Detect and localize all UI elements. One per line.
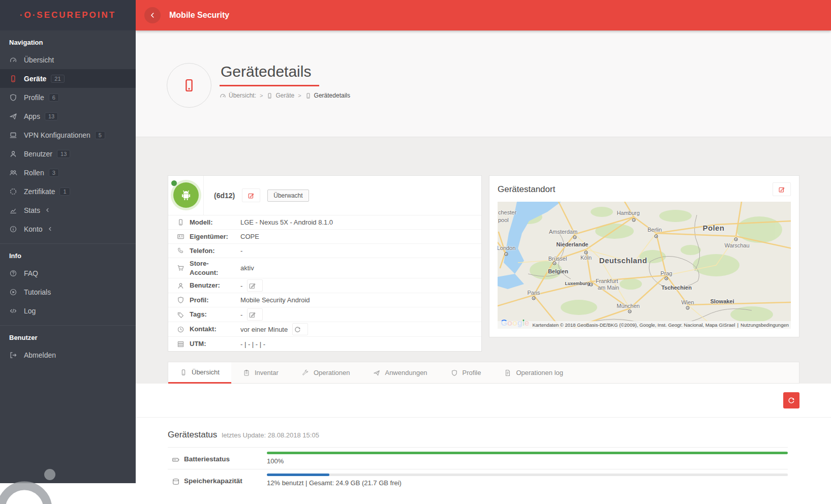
sidebar-item-abmelden[interactable]: Abmelden (0, 345, 136, 364)
map-marker (532, 297, 536, 300)
field-value-text: COPE (240, 233, 259, 240)
field-label: Benutzer: (190, 281, 229, 290)
device-field-profil: Profil:Mobile Security Android (168, 293, 481, 307)
map-marker (686, 306, 690, 310)
sidebar-item-log[interactable]: Log (0, 301, 136, 320)
refresh-icon (294, 326, 301, 333)
sidebar-item-apps[interactable]: Apps13 (0, 107, 136, 125)
tab-anwendungen[interactable]: Anwendungen (361, 362, 439, 383)
map-marker (573, 236, 577, 239)
sidebar-item-zertifikate[interactable]: Zertifikate1 (0, 182, 136, 201)
map-label-pool: pool (498, 217, 509, 223)
back-button[interactable] (144, 7, 161, 23)
sidebar-item-geraete[interactable]: Geräte21 (0, 69, 136, 88)
map-label-niederlande: Niederlande (557, 241, 589, 247)
tab-label: Profile (463, 369, 481, 376)
field-value: - | - | - | - (240, 340, 265, 348)
status-label-text: Batteriestatus (184, 455, 230, 463)
main-area: Gerätedetails Übersicht:>Geräte>Gerätede… (136, 30, 831, 504)
nav-section-title: Info (0, 244, 136, 264)
doc-icon (504, 369, 511, 376)
sidebar-item-label: VPN Konfigurationen (24, 131, 90, 139)
status-row-speicherkapazitaet: Speicherkapazität12% benutzt | Gesamt: 2… (168, 469, 788, 491)
device-location-card: Gerätestandort (489, 175, 799, 337)
tab-operationen-log[interactable]: Operationen log (493, 362, 575, 383)
clipboard-icon (243, 369, 250, 376)
field-value: - (240, 247, 242, 255)
progress-bar-text: 12% benutzt | Gesamt: 24.9 GB (21.7 GB f… (267, 479, 788, 487)
field-value: Mobile Security Android (240, 296, 310, 304)
status-label: Speicherkapazität (172, 474, 267, 487)
breadcrumb-item-geraete[interactable]: Geräte (266, 92, 294, 99)
map-terms-link[interactable]: Nutzungsbedingungen (741, 322, 789, 328)
phone-icon (177, 218, 184, 226)
battery-icon (172, 456, 180, 464)
sidebar-item-label: Zertifikate (24, 187, 55, 196)
map-marker (628, 310, 632, 313)
status-value: 12% benutzt | Gesamt: 24.9 GB (21.7 GB f… (267, 474, 788, 487)
sidebar-item-benutzer[interactable]: Benutzer13 (0, 144, 136, 163)
field-value: - (240, 308, 263, 321)
breadcrumb-label: Gerätedetails (314, 92, 350, 99)
sidebar-item-uebersicht[interactable]: Übersicht (0, 50, 136, 69)
clock-icon (177, 326, 184, 333)
nav-section-title: Navigation (0, 30, 136, 50)
sidebar-item-konto[interactable]: Konto (0, 219, 136, 238)
status-label: Batteriestatus (172, 452, 267, 465)
sidebar-item-label: Konto (24, 225, 43, 233)
sidebar-item-stats[interactable]: Stats (0, 201, 136, 219)
device-fields: Modell:LGE - Nexus 5X - Android 8.1.0Eig… (168, 215, 481, 351)
count-badge: 3 (49, 169, 59, 177)
tab-label: Übersicht (192, 368, 220, 376)
collapse-chevron (47, 225, 53, 233)
edit-benutzer-button[interactable] (247, 279, 263, 292)
refresh-kontakt-button[interactable] (292, 323, 308, 335)
edit-device-name-button[interactable] (242, 188, 260, 202)
status-label-text: Speicherkapazität (184, 477, 242, 485)
device-field-modell: Modell:LGE - Nexus 5X - Android 8.1.0 (168, 215, 481, 230)
sidebar-item-label: Log (24, 307, 36, 315)
sidebar-item-vpn-konfigurationen[interactable]: VPN Konfigurationen5 (0, 125, 136, 144)
breadcrumb-label: Geräte (275, 92, 294, 99)
page-avatar (167, 63, 211, 108)
sidebar-item-tutorials[interactable]: Tutorials (0, 282, 136, 301)
pencil-icon (249, 311, 256, 319)
edit-tags-button[interactable] (247, 308, 263, 321)
google-map[interactable]: chesterpoolHamburgAmsterdamNiederlandeBe… (498, 202, 791, 329)
tab-operationen[interactable]: Operationen (290, 362, 362, 383)
field-value-text: - (240, 311, 242, 319)
refresh-status-button[interactable] (783, 392, 799, 408)
map-marker (665, 277, 668, 280)
edit-location-button[interactable] (773, 182, 791, 196)
phone-icon (181, 78, 197, 93)
sidebar-item-faq[interactable]: FAQ (0, 264, 136, 282)
tab-label: Anwendungen (385, 369, 427, 376)
count-badge: 5 (95, 131, 105, 139)
gauge-icon (9, 56, 17, 64)
device-avatar (173, 182, 199, 208)
map-marker (505, 253, 508, 256)
sidebar-item-profile[interactable]: Profile6 (0, 88, 136, 107)
sidebar-item-rollen[interactable]: Rollen3 (0, 163, 136, 182)
device-field-store-account: Store-Account:aktiv (168, 258, 481, 278)
sidebar-item-label: Tutorials (24, 288, 51, 296)
breadcrumb-item-geraetedetails[interactable]: Gerätedetails (305, 92, 350, 99)
users-icon (9, 169, 17, 177)
device-info-card: (6d12) Überwacht Modell:LGE - Nexus 5X -… (168, 175, 482, 352)
breadcrumb-item-uebersicht[interactable]: Übersicht: (220, 92, 256, 99)
status-row-batteriestatus: Batteriestatus100% (168, 447, 788, 469)
gauge-icon (220, 92, 226, 99)
sidebar-item-label: FAQ (24, 269, 38, 277)
field-value-text: Mobile Security Android (240, 296, 310, 304)
chevron-left-icon (149, 12, 156, 19)
handset-icon (177, 247, 184, 255)
securepoint-logo: ·O·SECUREPOINT (20, 10, 116, 20)
tab-inventar[interactable]: Inventar (231, 362, 290, 383)
tab-uebersicht[interactable]: Übersicht (168, 362, 231, 384)
phone-icon (9, 75, 17, 83)
server-icon (177, 340, 184, 348)
map-label-berlin: Berlin (648, 227, 662, 233)
sidebar-item-label: Abmelden (24, 351, 56, 359)
map-label-prag: Prag (660, 270, 672, 276)
tab-profile[interactable]: Profile (439, 362, 493, 383)
